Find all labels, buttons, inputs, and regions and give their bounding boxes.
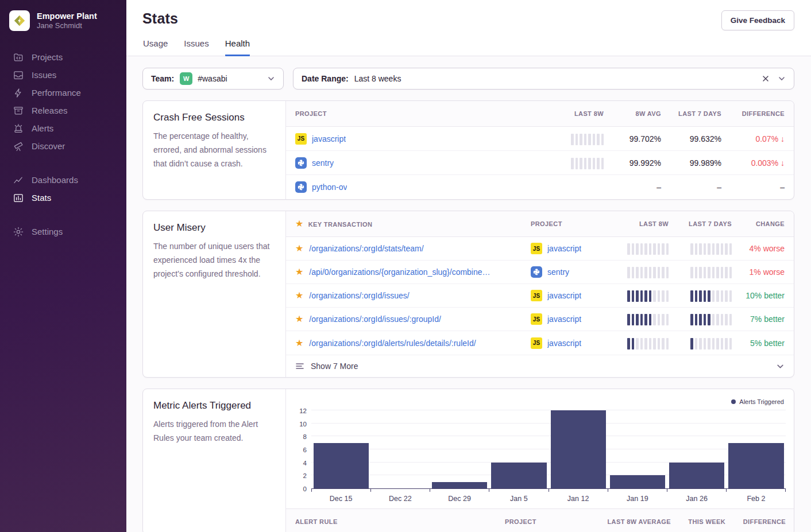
- sidebar-item-label: Settings: [32, 227, 63, 236]
- column-header: PROJECT: [505, 518, 536, 525]
- misery-table-header: ★KEY TRANSACTIONPROJECTLAST 8WLAST 7 DAY…: [286, 211, 794, 237]
- project-link[interactable]: sentry: [547, 267, 569, 277]
- settings-icon: [13, 226, 24, 238]
- column-header: LAST 8W: [639, 220, 669, 227]
- avg-value: 99.992%: [630, 158, 661, 168]
- transaction-link[interactable]: /organizations/:orgId/issues/: [309, 291, 409, 300]
- sparkline: [627, 337, 669, 350]
- sidebar-item-label: Releases: [32, 106, 68, 115]
- chart-bar[interactable]: [669, 463, 724, 488]
- team-value: #wasabi: [198, 74, 227, 83]
- difference-value: –: [780, 182, 785, 192]
- date-range-value: Last 8 weeks: [354, 74, 401, 83]
- releases-icon: [13, 105, 24, 117]
- org-switcher[interactable]: Empower Plant Jane Schmidt: [0, 9, 126, 39]
- chart-bar[interactable]: [432, 482, 487, 488]
- transaction-link[interactable]: /organizations/:orgId/alerts/rules/detai…: [309, 339, 476, 348]
- change-value: 10% better: [746, 291, 785, 300]
- sidebar-item-stats[interactable]: Stats: [0, 189, 126, 207]
- x-tick-label: Dec 15: [311, 495, 370, 503]
- sidebar-item-alerts[interactable]: Alerts: [0, 119, 126, 137]
- sidebar-item-label: Stats: [32, 193, 51, 203]
- panel-title: Metric Alerts Triggered: [153, 400, 275, 411]
- chart-legend: Alerts Triggered: [731, 398, 784, 405]
- projects-icon: [13, 52, 24, 63]
- tab-health[interactable]: Health: [225, 38, 250, 56]
- sidebar-item-settings[interactable]: Settings: [0, 223, 126, 240]
- show-more-button[interactable]: Show 7 More: [286, 355, 794, 377]
- list-icon: [295, 362, 304, 371]
- column-header: DIFFERENCE: [743, 518, 786, 525]
- column-header: LAST 8W AVERAGE: [607, 518, 671, 525]
- y-tick-label: 2: [303, 472, 307, 479]
- sparkline: [690, 242, 732, 255]
- sidebar-item-issues[interactable]: Issues: [0, 66, 126, 84]
- sidebar-nav: ProjectsIssuesPerformanceReleasesAlertsD…: [0, 48, 126, 240]
- tab-issues[interactable]: Issues: [184, 38, 208, 56]
- sidebar: Empower Plant Jane Schmidt ProjectsIssue…: [0, 0, 126, 532]
- column-header: CHANGE: [756, 220, 785, 227]
- performance-icon: [13, 87, 24, 99]
- discover-icon: [13, 141, 24, 152]
- table-row: ★/organizations/:orgId/issues/:groupId/J…: [286, 308, 794, 331]
- alert-rules-table-header: ALERT RULEPROJECTLAST 8W AVERAGETHIS WEE…: [286, 508, 794, 532]
- table-row: ★/organizations/:orgId/issues/JSjavascri…: [286, 284, 794, 308]
- sparkline: [690, 337, 732, 350]
- chart-x-axis: Dec 15Dec 22Dec 29Jan 5Jan 12Jan 19Jan 2…: [311, 492, 786, 508]
- give-feedback-button[interactable]: Give Feedback: [721, 10, 794, 30]
- project-link[interactable]: javascript: [547, 291, 581, 300]
- project-link[interactable]: javascript: [312, 134, 346, 143]
- sidebar-item-label: Discover: [32, 141, 65, 151]
- column-header: ★KEY TRANSACTION: [295, 219, 531, 228]
- project-link[interactable]: javascript: [547, 314, 581, 324]
- chart-bar[interactable]: [551, 410, 606, 488]
- last7-value: 99.989%: [690, 158, 721, 168]
- main-area: Stats Give Feedback UsageIssuesHealth Te…: [126, 0, 811, 532]
- transaction-link[interactable]: /organizations/:orgId/stats/team/: [309, 244, 423, 253]
- x-tick-label: Jan 19: [608, 495, 667, 503]
- key-transaction-star-icon[interactable]: ★: [295, 291, 303, 300]
- org-avatar: [9, 10, 30, 31]
- sparkline: [690, 289, 732, 302]
- chart-bar[interactable]: [728, 443, 783, 488]
- sidebar-item-discover[interactable]: Discover: [0, 137, 126, 155]
- key-transaction-star-icon[interactable]: ★: [295, 314, 303, 324]
- transaction-link[interactable]: /organizations/:orgId/issues/:groupId/: [309, 314, 441, 324]
- table-row: sentry99.992%99.989%0.003% ↓: [286, 151, 794, 175]
- project-link[interactable]: sentry: [312, 158, 334, 168]
- project-link[interactable]: javascript: [547, 244, 581, 253]
- tab-usage[interactable]: Usage: [143, 38, 168, 56]
- project-link[interactable]: python-ov: [312, 182, 347, 192]
- key-transaction-star-icon[interactable]: ★: [295, 244, 303, 253]
- sidebar-item-performance[interactable]: Performance: [0, 84, 126, 102]
- javascript-platform-icon: JS: [295, 133, 307, 145]
- sidebar-item-releases[interactable]: Releases: [0, 102, 126, 119]
- panel-title: User Misery: [153, 222, 275, 234]
- date-range-select[interactable]: Date Range: Last 8 weeks: [293, 68, 794, 90]
- project-link[interactable]: javascript: [547, 339, 581, 348]
- team-avatar: W: [180, 72, 192, 85]
- chart-bar[interactable]: [491, 463, 546, 488]
- sparkline: [627, 313, 669, 325]
- difference-value: 0.003% ↓: [751, 158, 785, 168]
- chart-bar[interactable]: [314, 443, 369, 488]
- show-more-label: Show 7 More: [311, 362, 358, 371]
- key-transaction-star-icon[interactable]: ★: [295, 267, 303, 277]
- team-select[interactable]: Team: W #wasabi: [142, 68, 284, 90]
- key-transaction-star-icon[interactable]: ★: [295, 339, 303, 348]
- panel-description: The percentage of healthy, errored, and …: [153, 129, 275, 170]
- sidebar-item-projects[interactable]: Projects: [0, 48, 126, 66]
- sparkline: [690, 266, 732, 278]
- x-tick-label: Feb 2: [727, 495, 786, 503]
- crash-table-header: PROJECTLAST 8W8W AVGLAST 7 DAYSDIFFERENC…: [286, 101, 794, 127]
- alerts-bar-chart: Alerts Triggered 024681012 Dec 15Dec 22D…: [286, 389, 794, 508]
- sidebar-item-label: Dashboards: [32, 175, 78, 185]
- change-value: 1% worse: [750, 267, 785, 277]
- avg-value: –: [656, 182, 661, 192]
- clear-date-range-icon[interactable]: [762, 75, 770, 83]
- sparkline: [690, 313, 732, 325]
- chart-bar[interactable]: [610, 475, 665, 488]
- sidebar-item-dashboards[interactable]: Dashboards: [0, 171, 126, 189]
- dashboards-icon: [13, 174, 24, 186]
- transaction-link[interactable]: /api/0/organizations/{organization_slug}…: [309, 267, 490, 277]
